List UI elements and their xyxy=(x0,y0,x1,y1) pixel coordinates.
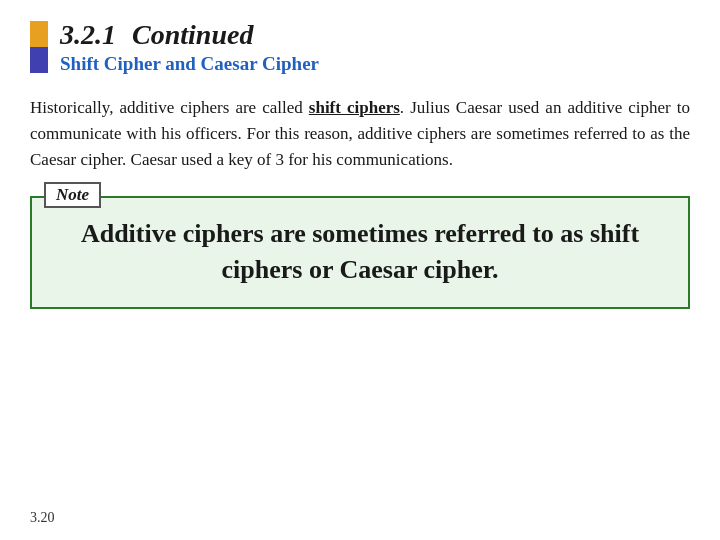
subtitle: Shift Cipher and Caesar Cipher xyxy=(60,53,319,75)
note-label-wrapper: Note xyxy=(44,182,101,208)
note-content: Additive ciphers are sometimes referred … xyxy=(32,198,688,307)
highlight-shift-ciphers: shift ciphers xyxy=(309,98,400,117)
page-number: 3.20 xyxy=(30,510,55,526)
colored-blocks xyxy=(30,21,48,73)
header-top: 3.2.1 Continued Shift Cipher and Caesar … xyxy=(30,20,690,75)
block-bottom xyxy=(30,47,48,73)
note-box: Note Additive ciphers are sometimes refe… xyxy=(30,196,690,309)
body-paragraph: Historically, additive ciphers are calle… xyxy=(30,95,690,174)
block-top xyxy=(30,21,48,47)
continued-label: Continued xyxy=(132,20,253,51)
page: 3.2.1 Continued Shift Cipher and Caesar … xyxy=(0,0,720,540)
note-label: Note xyxy=(44,182,101,208)
header: 3.2.1 Continued Shift Cipher and Caesar … xyxy=(30,20,690,77)
section-number: 3.2.1 xyxy=(60,20,116,51)
header-title-section: 3.2.1 Continued Shift Cipher and Caesar … xyxy=(60,20,319,75)
